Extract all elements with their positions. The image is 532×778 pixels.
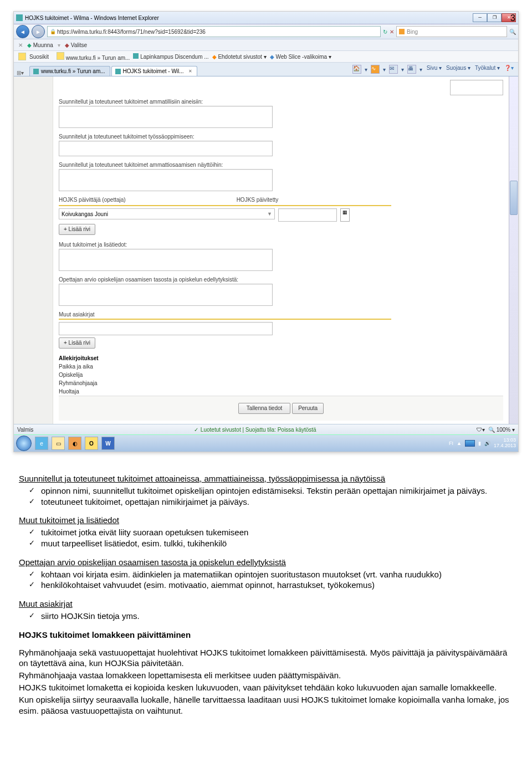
textarea-nayttoihin[interactable] (59, 169, 273, 191)
favorites-bar: Suosikit www.turku.fi » Turun am... Lapi… (14, 51, 518, 63)
list-item: siirto HOJKSin tietoja yms. (19, 611, 513, 622)
sig-title: Allekirjoitukset (59, 355, 503, 361)
select-paivittaja[interactable]: Koivukangas Jouni ▼ (59, 208, 275, 219)
forward-button[interactable]: ► (32, 25, 45, 38)
page-content: Suunnitellut ja toteutuneet tukitoimet a… (14, 76, 518, 424)
signatures-block: Allekirjoitukset Paikka ja aika Opiskeli… (59, 355, 503, 396)
menu-suojaus[interactable]: Suojaus ▾ (446, 65, 470, 74)
textarea-muut-tuki[interactable] (59, 249, 273, 271)
start-button[interactable] (16, 436, 32, 451)
task-outlook-icon[interactable]: O (85, 437, 98, 450)
browser-tab-1[interactable]: www.turku.fi » Turun am... (29, 66, 110, 76)
feed-icon[interactable]: ∿ (371, 65, 380, 74)
window-title: HOJKS tukitoimet - Wilma - Windows Inter… (25, 15, 159, 21)
volume-icon[interactable]: 🔊 (484, 441, 490, 446)
calendar-icon[interactable]: ▦ (340, 208, 350, 222)
tray-up-icon[interactable]: ▲ (457, 441, 462, 446)
mail-icon[interactable]: ✉ (389, 65, 398, 74)
clock[interactable]: 13:03 17.4.2013 (494, 438, 516, 449)
search-placeholder: Bing (407, 29, 418, 35)
url-text: https://wilma.turku.fi:8443/forms/71/new… (57, 29, 206, 35)
textarea-tyossa[interactable] (59, 141, 273, 156)
fav-link2[interactable]: Lapinkampus Discendum ... (140, 54, 208, 60)
task-browser-icon[interactable]: ◐ (68, 437, 81, 450)
fav-link1[interactable]: www.turku.fi » Turun am... (66, 55, 130, 61)
menu-tyokalut[interactable]: Työkalut ▾ (475, 65, 500, 74)
para-4: Kun opiskelija siirtyy seuraavalla luoka… (19, 694, 513, 716)
textarea-amm-aineisiin[interactable] (59, 106, 273, 128)
ie-favicon-icon (16, 14, 23, 21)
list-2: tukitoimet jotka eivät liity suoraan ope… (19, 527, 513, 549)
flag-icon[interactable] (465, 440, 475, 447)
add-row-button-1[interactable]: + Lisää rivi (59, 224, 95, 235)
print-icon[interactable]: 🖶 (407, 65, 416, 74)
tab-label: HOJKS tukitoimet - Wil... (123, 68, 184, 74)
muunna-button[interactable]: ◆ Muunna (27, 42, 53, 48)
fav-link3[interactable]: Ehdotetut sivustot (218, 54, 262, 60)
refresh-icon[interactable]: ↻ (383, 29, 387, 35)
task-word-icon[interactable]: W (101, 437, 115, 450)
minimize-button[interactable]: ─ (473, 13, 487, 22)
favorites-star-icon[interactable] (18, 53, 26, 60)
save-button[interactable]: Tallenna tiedot (238, 403, 291, 414)
separator-line (59, 205, 391, 206)
back-button[interactable]: ◄ (16, 25, 29, 38)
add-row-button-2[interactable]: + Lisää rivi (59, 337, 95, 349)
label-muut-asiak: Muut asiakirjat (59, 311, 503, 318)
label-paivitetty: HOJKS päivitetty (237, 197, 279, 203)
fav-link4[interactable]: Web Slice -valikoima (275, 54, 327, 60)
task-ie-icon[interactable]: e (35, 437, 48, 450)
fav-link-icon (57, 52, 64, 60)
para-2: Ryhmänohjaaja vastaa lomakkeen lopettami… (19, 670, 513, 681)
tab-label: www.turku.fi » Turun am... (41, 68, 105, 74)
menu-sivu[interactable]: Sivu ▾ (427, 65, 442, 74)
label-amm-aineisiin: Suunnitellut ja toteutuneet tukitoimet a… (59, 99, 503, 105)
security-icon[interactable]: 🛡▾ (477, 427, 485, 433)
maximize-button[interactable]: ❐ (487, 13, 502, 22)
chevron-down-icon: ▼ (267, 211, 272, 217)
form-actions: Tallenna tiedot Peruuta (59, 396, 503, 421)
list-4: siirto HOJKSin tietoja yms. (19, 611, 513, 622)
list-item: henkilökohtaiset vahvuudet (esim. motiva… (19, 580, 513, 591)
windows-taskbar: e ▭ ◐ O W FI ▲ ▮ 🔊 13:03 17.4.2013 (14, 434, 518, 452)
suosikit-label[interactable]: Suosikit (29, 54, 49, 60)
pdf-toolbar: ✕ ◆ Muunna ▾ ◆ Valitse (14, 39, 518, 51)
list-item: muut tarpeelliset lisätiedot, esim. tulk… (19, 538, 513, 549)
lang-indicator[interactable]: FI (449, 441, 453, 446)
valitse-button[interactable]: ◆ Valitse (65, 42, 87, 48)
tab-favicon-icon (33, 69, 39, 74)
browser-window: HOJKS tukitoimet - Wilma - Windows Inter… (13, 11, 519, 452)
scroll-thumb[interactable] (510, 181, 518, 215)
form-area: Suunnitellut ja toteutuneet tukitoimet a… (53, 76, 509, 424)
document-body: Suunnitellut ja toteutuneet tukitoimet a… (0, 469, 532, 730)
system-tray: FI ▲ ▮ 🔊 13:03 17.4.2013 (449, 438, 516, 449)
tab-close-icon[interactable]: ✕ (188, 69, 192, 74)
status-bar: Valmis ✓Luotetut sivustot | Suojattu til… (14, 424, 518, 434)
cancel-button[interactable]: Peruuta (292, 403, 324, 414)
input-paivitetty[interactable] (278, 208, 337, 222)
address-bar[interactable]: 🔒 https://wilma.turku.fi:8443/forms/71/n… (47, 26, 381, 37)
textarea-arvio[interactable] (59, 284, 273, 306)
separator-line (59, 319, 391, 320)
search-box[interactable]: Bing (396, 26, 507, 37)
list-1: opinnon nimi, suunnitellut tukitoimet op… (19, 485, 513, 508)
zoom-icon[interactable]: 🔍 (488, 427, 495, 433)
browser-tab-2[interactable]: HOJKS tukitoimet - Wil... ✕ (111, 66, 197, 76)
input-muut-asiak[interactable] (59, 322, 273, 335)
stop-icon[interactable]: ✕ (390, 29, 394, 35)
home-icon[interactable]: 🏠 (352, 65, 361, 74)
task-explorer-icon[interactable]: ▭ (52, 437, 65, 450)
lock-icon: 🔒 (50, 29, 56, 34)
network-icon[interactable]: ▮ (478, 441, 481, 446)
heading-paivittaminen: HOJKS tukitoimet lomakkeen päivittäminen (19, 629, 513, 641)
top-small-field[interactable] (450, 80, 503, 95)
help-icon[interactable]: ❓▾ (504, 65, 514, 74)
heading-muut-tuki: Muut tukitoimet ja lisätiedot (19, 515, 513, 526)
tab-favicon-icon (115, 69, 121, 74)
search-go-icon[interactable]: 🔍 (509, 29, 516, 35)
list-item: tukitoimet jotka eivät liity suoraan ope… (19, 527, 513, 538)
sig-opiskelija: Opiskelija (59, 371, 503, 379)
vertical-scrollbar[interactable] (509, 76, 518, 424)
heading-muut-asiak: Muut asiakirjat (19, 598, 513, 610)
bing-icon (399, 29, 405, 34)
